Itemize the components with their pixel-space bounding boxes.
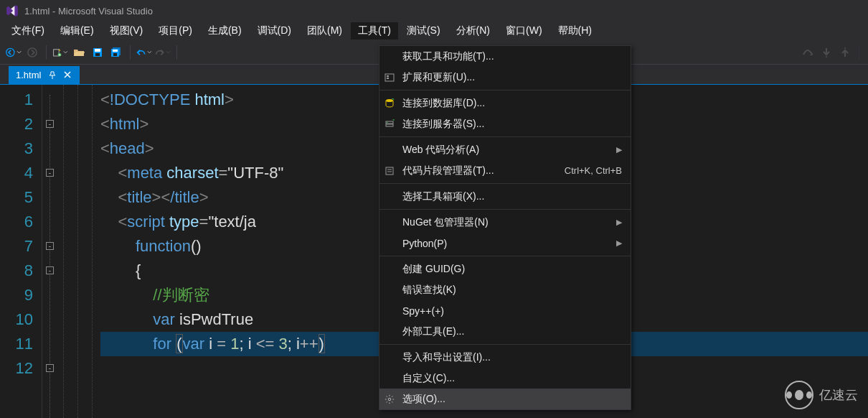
title-bar: 1.html - Microsoft Visual Studio [0, 0, 868, 22]
menu-item-label: 连接到数据库(D)... [400, 97, 622, 110]
snip-icon [379, 166, 400, 176]
line-number-gutter: 123456789101112 [0, 85, 42, 418]
fold-toggle[interactable]: - [46, 242, 54, 250]
menu-item[interactable]: 外部工具(E)... [379, 321, 631, 342]
menu-item[interactable]: 创建 GUID(G) [379, 259, 631, 279]
pin-icon[interactable] [48, 71, 57, 80]
svg-point-0 [6, 48, 14, 56]
menu-debug[interactable]: 调试(D) [250, 22, 298, 40]
svg-rect-20 [386, 167, 393, 175]
submenu-arrow-icon: ▶ [616, 218, 622, 227]
menu-item-label: NuGet 包管理器(N) [400, 216, 616, 229]
redo-button[interactable] [155, 45, 171, 60]
menu-divider [379, 136, 631, 137]
svg-rect-18 [386, 124, 393, 126]
db-icon [379, 98, 400, 108]
fold-toggle[interactable]: - [46, 364, 54, 372]
nav-back-button[interactable] [6, 45, 22, 60]
menu-item-label: Spy++(+) [400, 305, 622, 317]
menu-project[interactable]: 项目(P) [151, 22, 199, 40]
menu-item[interactable]: 连接到服务器(S)... [379, 113, 631, 134]
gear-icon [379, 394, 400, 404]
menu-item[interactable]: 连接到数据库(D)... [379, 93, 631, 113]
svg-rect-6 [95, 53, 100, 56]
menu-team[interactable]: 团队(M) [300, 22, 349, 40]
window-title: 1.html - Microsoft Visual Studio [24, 6, 153, 17]
toolbar-separator [46, 45, 47, 60]
menu-item-label: 选项(O)... [400, 393, 622, 406]
menu-item[interactable]: 代码片段管理器(T)...Ctrl+K, Ctrl+B [379, 160, 631, 181]
menu-item-label: Web 代码分析(A) [400, 144, 616, 157]
fold-gutter[interactable]: ----- [42, 85, 57, 418]
menu-item[interactable]: 自定义(C)... [379, 368, 631, 389]
step-into-icon[interactable] [819, 45, 834, 60]
menu-test[interactable]: 测试(S) [400, 22, 448, 40]
menu-item-label: 外部工具(E)... [400, 325, 622, 338]
menu-item[interactable]: Spy++(+) [379, 300, 631, 321]
menu-edit[interactable]: 编辑(E) [53, 22, 101, 40]
menu-item-label: 代码片段管理器(T)... [400, 164, 565, 177]
menu-item-label: 连接到服务器(S)... [400, 118, 622, 131]
menu-file[interactable]: 文件(F) [4, 22, 52, 40]
watermark-text: 亿速云 [819, 386, 858, 404]
save-button[interactable] [90, 45, 105, 60]
submenu-arrow-icon: ▶ [616, 145, 622, 154]
save-all-button[interactable] [108, 45, 124, 60]
menu-divider [379, 344, 631, 345]
menu-tools[interactable]: 工具(T) [351, 22, 398, 40]
indent-guides [57, 85, 100, 418]
menu-item[interactable]: 选项(O)... [379, 389, 631, 409]
menu-item-label: 创建 GUID(G) [400, 263, 622, 276]
menu-analyze[interactable]: 分析(N) [449, 22, 497, 40]
menu-item-label: 获取工具和功能(T)... [400, 50, 622, 63]
watermark-icon [785, 381, 813, 409]
menu-item-label: 扩展和更新(U)... [400, 71, 622, 84]
new-item-button[interactable] [52, 45, 68, 60]
fold-toggle[interactable]: - [46, 120, 54, 128]
menu-item[interactable]: 扩展和更新(U)... [379, 67, 631, 88]
svg-rect-13 [385, 74, 394, 81]
menu-item[interactable]: NuGet 包管理器(N)▶ [379, 212, 631, 233]
menu-item-label: 错误查找(K) [400, 284, 622, 297]
menu-window[interactable]: 窗口(W) [499, 22, 549, 40]
menu-divider [379, 256, 631, 256]
menu-divider [379, 90, 631, 90]
menu-view[interactable]: 视图(V) [103, 22, 151, 40]
fold-toggle[interactable]: - [46, 169, 54, 177]
svg-rect-10 [113, 53, 117, 56]
close-icon[interactable] [64, 71, 72, 80]
svg-point-16 [386, 99, 393, 102]
open-file-button[interactable] [71, 45, 87, 60]
vs-logo-icon [6, 4, 19, 17]
svg-rect-9 [113, 50, 118, 52]
toolbar-separator [176, 45, 177, 60]
tab-1-html[interactable]: 1.html [9, 66, 80, 84]
menu-item-label: 自定义(C)... [400, 372, 622, 385]
toolbar-separator [859, 45, 859, 60]
menu-item[interactable]: 导入和导出设置(I)... [379, 347, 631, 368]
svg-point-11 [826, 56, 827, 57]
step-over-icon[interactable] [800, 45, 816, 60]
undo-button[interactable] [136, 45, 152, 60]
menu-item[interactable]: Python(P)▶ [379, 233, 631, 254]
watermark: 亿速云 [785, 381, 858, 409]
srv-icon [379, 119, 400, 129]
menu-build[interactable]: 生成(B) [201, 22, 249, 40]
menu-item[interactable]: 获取工具和功能(T)... [379, 46, 631, 67]
menu-item-label: 选择工具箱项(X)... [400, 190, 622, 203]
toolbar-right-group [800, 45, 862, 60]
svg-point-1 [28, 47, 37, 56]
menu-item[interactable]: 选择工具箱项(X)... [379, 186, 631, 207]
menu-item[interactable]: 错误查找(K) [379, 279, 631, 300]
tab-label: 1.html [16, 70, 41, 80]
step-out-icon[interactable] [837, 45, 853, 60]
fold-toggle[interactable]: - [46, 266, 54, 274]
menu-help[interactable]: 帮助(H) [551, 22, 599, 40]
menu-item[interactable]: Web 代码分析(A)▶ [379, 139, 631, 160]
menu-shortcut: Ctrl+K, Ctrl+B [565, 165, 622, 176]
nav-forward-button[interactable] [24, 45, 40, 60]
ext-icon [379, 73, 400, 83]
menu-divider [379, 209, 631, 210]
tools-menu-dropdown: 获取工具和功能(T)...扩展和更新(U)...连接到数据库(D)...连接到服… [379, 45, 631, 410]
svg-point-12 [844, 47, 846, 49]
